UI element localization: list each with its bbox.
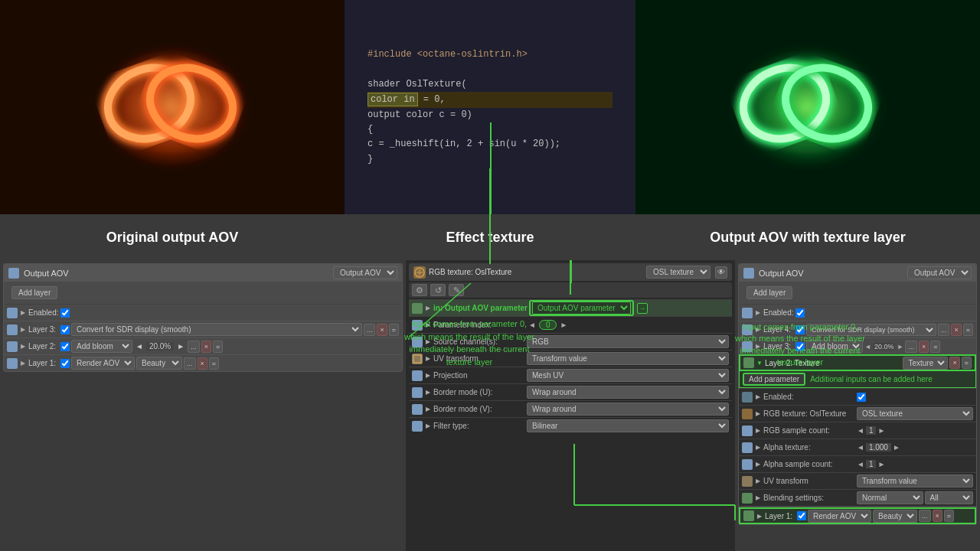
filter-triangle[interactable]: ▶: [424, 422, 432, 430]
border-u-triangle[interactable]: ▶: [424, 389, 432, 396]
layer2-checkbox[interactable]: [60, 342, 70, 351]
r-alpha-tex-triangle[interactable]: ▶: [754, 444, 762, 452]
in-triangle[interactable]: ▶: [424, 305, 432, 312]
src-ch-triangle[interactable]: ▶: [424, 338, 432, 346]
proj-dropdown[interactable]: Mesh UV: [527, 369, 729, 382]
proj-triangle[interactable]: ▶: [424, 372, 432, 380]
r-layer3-more[interactable]: ...: [905, 341, 917, 353]
left-aov-dropdown[interactable]: Output AOV: [333, 266, 397, 279]
r-layer1-icon: [743, 510, 754, 521]
r-layer3-arrow-right[interactable]: ►: [897, 343, 903, 350]
r-layer3-arrow-left[interactable]: ◄: [864, 343, 871, 350]
r-layer3-x[interactable]: ×: [919, 341, 929, 353]
r-rgb-sample-arrow-left[interactable]: ◄: [857, 426, 864, 435]
osl-type-dropdown[interactable]: OSL texture: [646, 266, 710, 279]
osl-preview-btn[interactable]: 👁: [715, 266, 727, 279]
layer2-more-btn[interactable]: ...: [188, 341, 200, 353]
r-layer4-x[interactable]: ×: [951, 324, 961, 336]
right-aov-dropdown[interactable]: Output AOV: [907, 266, 972, 279]
r-layer3-pct: 20.0%: [873, 343, 896, 350]
r-uv-dropdown[interactable]: Transform value: [857, 474, 973, 487]
r-layer1-x[interactable]: ×: [933, 510, 942, 522]
code-assign: = 0,: [423, 94, 446, 105]
layer3-x-btn[interactable]: ×: [377, 324, 387, 336]
r-rgb-tex-triangle[interactable]: ▶: [754, 410, 762, 418]
layer1-eq-btn[interactable]: =: [209, 357, 219, 370]
r-enabled-sub-label: Enabled:: [763, 393, 855, 401]
r-rgb-sample-icon: [742, 425, 753, 436]
right-enabled-checkbox[interactable]: [795, 308, 805, 318]
in-value-dropdown[interactable]: Output AOV parameter: [532, 302, 631, 315]
r-alpha-arrow-right[interactable]: ►: [893, 443, 900, 452]
tool-icon1[interactable]: ⚙: [412, 284, 427, 296]
expand-triangle[interactable]: ▶: [19, 309, 27, 317]
layer3-checkbox[interactable]: [60, 325, 70, 334]
r-layer2-x[interactable]: ×: [949, 357, 959, 369]
right-expand-triangle[interactable]: ▶: [754, 309, 762, 317]
r-uv-triangle[interactable]: ▶: [754, 478, 762, 485]
r-alpha-tex-icon: [742, 442, 753, 453]
r-blend-dropdown2[interactable]: All: [925, 491, 974, 504]
uv-triangle[interactable]: ▶: [424, 355, 432, 363]
layer1-effect-dropdown[interactable]: Render AOV: [71, 357, 135, 370]
layer3-more-btn[interactable]: ...: [364, 324, 376, 336]
r-layer2-type-dropdown[interactable]: Texture: [903, 357, 948, 370]
r-blend-dropdown1[interactable]: Normal: [857, 491, 923, 504]
filter-dropdown[interactable]: Bilinear: [527, 419, 729, 432]
r-enabled-sub-triangle[interactable]: ▶: [754, 393, 762, 401]
layer1-checkbox[interactable]: [60, 359, 70, 368]
r-alpha-sample-triangle[interactable]: ▶: [754, 461, 762, 468]
r-rgb-sample-arrow-right[interactable]: ►: [877, 426, 885, 435]
param-idx-arrow-right[interactable]: ►: [560, 321, 567, 329]
layer1-x-btn[interactable]: ×: [198, 357, 207, 370]
layer2-eq-btn[interactable]: =: [213, 341, 223, 353]
r-layer4-eq[interactable]: =: [963, 324, 973, 336]
add-parameter-button[interactable]: Add parameter: [743, 373, 805, 386]
r-layer1-more[interactable]: ...: [919, 510, 931, 522]
uv-dropdown[interactable]: Transform value: [527, 352, 729, 365]
border-v-dropdown[interactable]: Wrap around: [527, 403, 729, 416]
layer2-effect-dropdown[interactable]: Add bloom: [71, 340, 132, 353]
r-layer1-checkbox[interactable]: [797, 511, 806, 520]
preview-right: [635, 0, 980, 214]
r-layer2-eq[interactable]: =: [962, 357, 972, 369]
param-idx-arrow-left[interactable]: ◄: [528, 321, 536, 329]
layer3-eq-btn[interactable]: =: [389, 324, 399, 336]
src-ch-dropdown[interactable]: RGB: [527, 335, 729, 348]
layer2-triangle[interactable]: ▶: [19, 343, 27, 350]
proj-label: Projection: [433, 371, 525, 380]
layer3-effect-dropdown[interactable]: Convert for SDR display (smooth): [71, 323, 362, 336]
layer1-sub-dropdown[interactable]: Beauty: [136, 357, 182, 370]
enabled-checkbox[interactable]: [60, 308, 70, 318]
border-v-triangle[interactable]: ▶: [424, 406, 432, 413]
osl-icon: [413, 266, 426, 279]
param-idx-triangle[interactable]: ▶: [424, 321, 432, 329]
right-aov-icon: [743, 268, 754, 279]
layer1-more-btn[interactable]: ...: [184, 357, 196, 370]
layer2-pct-right[interactable]: ►: [177, 342, 185, 350]
layer1-triangle[interactable]: ▶: [19, 360, 27, 367]
left-add-layer-button[interactable]: Add layer: [11, 286, 57, 299]
r-layer3-eq[interactable]: =: [930, 341, 940, 353]
layer3-triangle[interactable]: ▶: [19, 326, 27, 334]
tool-refresh[interactable]: ↺: [430, 284, 446, 296]
border-u-dropdown[interactable]: Wrap around: [527, 386, 729, 399]
r-layer1-eq[interactable]: =: [944, 510, 954, 522]
r-alpha-sample-right[interactable]: ►: [877, 460, 885, 468]
r-alpha-sample-left[interactable]: ◄: [857, 460, 864, 468]
r-layer4-more[interactable]: ...: [938, 324, 950, 336]
r-rgb-sample-triangle[interactable]: ▶: [754, 427, 762, 435]
r-alpha-arrow-left[interactable]: ◄: [857, 443, 864, 452]
layer2-pct-left[interactable]: ◄: [136, 342, 143, 350]
in-connect-btn[interactable]: →: [637, 303, 648, 314]
tool-edit[interactable]: ✎: [449, 284, 464, 296]
layer2-x-btn[interactable]: ×: [201, 341, 211, 353]
r-layer1-sub-dropdown[interactable]: Beauty: [873, 510, 917, 523]
r-enabled-sub-checkbox[interactable]: [857, 393, 866, 402]
r-layer1-effect-dropdown[interactable]: Render AOV: [808, 510, 871, 523]
r-blend-triangle[interactable]: ▶: [754, 494, 762, 502]
r-layer1-triangle[interactable]: ▶: [756, 512, 763, 520]
right-add-layer-button[interactable]: Add layer: [746, 286, 792, 299]
code-include: #include <octane-oslintrin.h>: [368, 49, 528, 60]
r-rgb-tex-dropdown[interactable]: OSL texture: [857, 407, 973, 420]
